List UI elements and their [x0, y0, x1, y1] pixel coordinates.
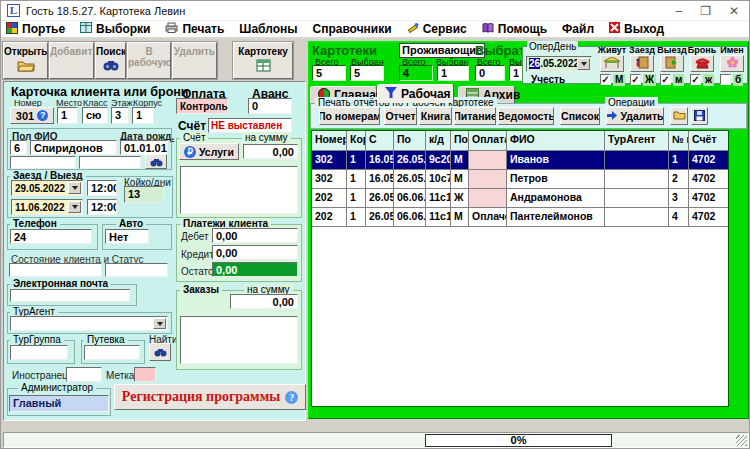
col-header-payment[interactable]: Оплата	[469, 131, 507, 151]
email-field[interactable]	[10, 289, 130, 302]
filter-arrival-button[interactable]	[630, 55, 654, 72]
checkbox-icon[interactable]: ✓	[690, 74, 701, 85]
menu-selections[interactable]: Выборки	[80, 22, 150, 36]
col-header-index[interactable]: № п/п	[669, 131, 689, 151]
report-by-rooms-button[interactable]: По номерам	[319, 107, 380, 125]
foreigner-field[interactable]	[66, 367, 102, 382]
room-number-button[interactable]: 301 ?	[10, 107, 54, 124]
invoice-sum-field: 0,00	[243, 144, 298, 159]
arrival-time-field[interactable]: 12:00	[87, 180, 117, 196]
fio-search-button[interactable]	[145, 154, 167, 169]
building-field[interactable]: 1	[132, 107, 154, 124]
col-header-touragent[interactable]: ТурАгент	[605, 131, 669, 151]
menu-portier[interactable]: Портье	[6, 22, 65, 37]
table-row[interactable]: 302 1 16.05.2022 26.05.2022 10с7ч М Петр…	[312, 170, 728, 189]
client-status-field[interactable]	[105, 263, 168, 277]
include-f-adult[interactable]: ✓ Ж	[630, 74, 656, 86]
person-extra-field-2[interactable]	[79, 156, 141, 169]
guests-table: Номер Кор С По к/д Пол Оплата ФИО ТурАге…	[311, 130, 729, 407]
export-folder-button[interactable]	[670, 107, 688, 125]
include-m-adult[interactable]: ✓ М	[600, 74, 625, 86]
open-button[interactable]: Открыть	[3, 42, 48, 79]
admin-field[interactable]: Главный	[9, 395, 109, 412]
departure-date-field[interactable]: 11.06.2022	[11, 199, 83, 215]
search-button[interactable]: Поиск	[95, 42, 126, 79]
voucher-field[interactable]	[84, 345, 140, 360]
flower-icon	[726, 55, 739, 73]
gender-field[interactable]: 6	[10, 140, 27, 155]
advance-field[interactable]: 0	[248, 98, 292, 114]
checkbox-icon[interactable]: ✓	[660, 74, 671, 85]
menu-templates[interactable]: Шаблоны	[239, 22, 297, 36]
filter-departure-button[interactable]	[660, 55, 684, 72]
save-button[interactable]	[691, 107, 708, 125]
voucher-search-button[interactable]	[149, 343, 171, 361]
col-header-fio[interactable]: ФИО	[507, 131, 605, 151]
delete-record-button[interactable]: Удалить	[606, 107, 664, 125]
invoice-items-list[interactable]	[180, 166, 298, 214]
card-file-button[interactable]: Картотеку	[233, 42, 293, 79]
client-state-field[interactable]	[9, 263, 102, 277]
include-booking[interactable]: б	[720, 74, 743, 86]
person-extra-field-1[interactable]	[10, 156, 76, 169]
departure-date-dropdown[interactable]	[68, 201, 81, 213]
place-field[interactable]: 1	[57, 107, 78, 124]
arrival-date-field[interactable]: 29.05.2022	[11, 180, 83, 196]
tourgroup-label: ТурГруппа	[10, 334, 64, 345]
arrival-date-dropdown[interactable]	[68, 182, 81, 194]
class-field[interactable]: сю	[82, 107, 108, 124]
touragent-dropdown[interactable]	[153, 318, 166, 329]
floor-field[interactable]: 3	[111, 107, 129, 124]
col-header-building[interactable]: Кор	[347, 131, 366, 151]
auto-field[interactable]: Нет	[105, 229, 149, 244]
operday-date-dropdown[interactable]	[577, 58, 590, 70]
payment-field[interactable]: Контроль	[176, 98, 228, 114]
mark-field[interactable]	[134, 367, 156, 382]
maximize-button[interactable]: ❐	[700, 4, 711, 18]
checkbox-icon[interactable]	[720, 74, 731, 85]
phone-field[interactable]: 24	[10, 229, 92, 244]
orders-list[interactable]	[180, 316, 298, 364]
checkbox-icon[interactable]: ✓	[600, 74, 611, 85]
include-m-child[interactable]: ✓ м	[660, 74, 684, 86]
report-meals-button[interactable]: Питание	[454, 107, 496, 125]
col-header-account[interactable]: Счёт	[689, 131, 729, 151]
filter-booking-button[interactable]	[690, 55, 714, 72]
menu-bar: Портье Выборки Печать Шаблоны Справочник…	[1, 21, 750, 39]
report-book-button[interactable]: Книга	[419, 107, 452, 125]
filter-living-button[interactable]	[600, 55, 624, 72]
touragent-select[interactable]	[10, 316, 168, 331]
table-row[interactable]: 302 1 16.05.2022 26.05.2022 9с20ч М Иван…	[312, 151, 728, 170]
checkbox-icon[interactable]: ✓	[630, 74, 641, 85]
filter-living-label: Живут	[597, 45, 627, 55]
fio-field[interactable]: Спиридонов	[30, 140, 117, 155]
include-f-child[interactable]: ✓ ж	[690, 74, 714, 86]
register-program-button[interactable]: Регистрация программы ?	[114, 384, 306, 410]
menu-file[interactable]: Файл	[562, 22, 594, 36]
departure-time-field[interactable]: 12:00	[87, 199, 117, 215]
report-list-button[interactable]: Список	[560, 107, 600, 125]
table-row[interactable]: 202 1 26.05.2022 06.06.2022 11с1ч М Опла…	[312, 208, 728, 227]
report-sheet-button[interactable]: Ведомость	[498, 107, 554, 125]
tourgroup-field[interactable]	[10, 345, 68, 360]
col-header-number[interactable]: Номер	[312, 131, 347, 151]
operday-date-field[interactable]: 26.05.2022	[526, 56, 592, 72]
minimize-button[interactable]: –	[675, 4, 682, 18]
report-report-button[interactable]: Отчет	[384, 107, 417, 125]
col-header-beddays[interactable]: к/д	[426, 131, 451, 151]
col-header-from[interactable]: С	[366, 131, 394, 151]
col-header-to[interactable]: По	[394, 131, 426, 151]
col-header-gender[interactable]: Пол	[451, 131, 469, 151]
menu-help[interactable]: Помощь	[482, 22, 547, 36]
menu-directories[interactable]: Справочники	[312, 22, 391, 36]
tab-working[interactable]: Рабочая	[377, 84, 454, 103]
filter-name-button[interactable]	[720, 55, 744, 72]
menu-service[interactable]: Сервис	[407, 22, 467, 37]
close-button[interactable]: ✕	[729, 4, 739, 18]
services-button[interactable]: ₽ Услуги	[179, 143, 239, 160]
resize-grip-icon[interactable]	[736, 435, 747, 446]
table-row[interactable]: 202 1 26.05.2022 06.06.2022 11с1ч Ж Андр…	[312, 189, 728, 208]
menu-exit[interactable]: Выход	[609, 22, 664, 36]
menu-print[interactable]: Печать	[165, 22, 224, 36]
arrow-right-icon	[606, 110, 617, 122]
